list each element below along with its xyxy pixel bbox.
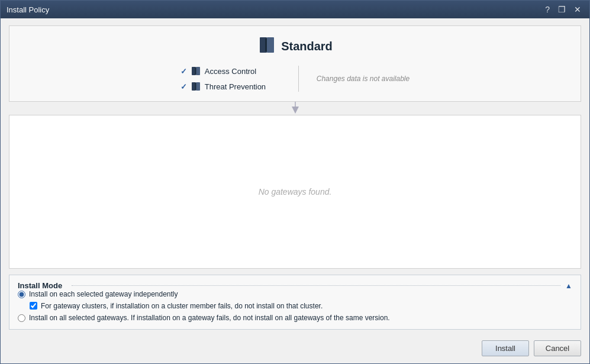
- policy-book-icon: [257, 36, 276, 54]
- install-mode-title: Install Mode: [18, 281, 67, 290]
- gateway-section: No gateways found.: [9, 115, 581, 269]
- access-control-check: ✓: [180, 67, 187, 76]
- install-policy-dialog: Install Policy ? ❐ ✕ Standard: [0, 0, 590, 364]
- policy-item-access-control: ✓ Access Control: [180, 66, 281, 76]
- cancel-button[interactable]: Cancel: [534, 340, 581, 356]
- svg-rect-2: [265, 38, 267, 51]
- policy-icon: [257, 36, 276, 57]
- install-mode-option-1: Install on each selected gateway indepen…: [18, 290, 572, 298]
- install-mode-option-2-label: Install on all selected gateways. If ins…: [29, 314, 390, 322]
- threat-prevention-icon: [191, 81, 201, 92]
- install-button[interactable]: Install: [482, 340, 529, 356]
- arrow-connector: [1, 102, 589, 115]
- help-button[interactable]: ?: [543, 4, 552, 15]
- policy-item-threat-prevention: ✓ Threat Prevention: [180, 81, 281, 92]
- install-mode-radio-2[interactable]: [18, 314, 25, 322]
- access-control-label: Access Control: [205, 67, 256, 76]
- dialog-footer: Install Cancel: [1, 336, 589, 363]
- svg-rect-4: [196, 67, 200, 75]
- dialog-title: Install Policy: [7, 5, 49, 14]
- no-gateways-message: No gateways found.: [259, 187, 332, 197]
- install-mode-section: Install Mode ▲ Install on each selected …: [9, 275, 581, 330]
- policy-name: Standard: [281, 40, 333, 53]
- title-bar-controls: ? ❐ ✕: [543, 4, 583, 15]
- threat-prevention-check: ✓: [180, 82, 187, 91]
- header-dots-divider: [72, 285, 560, 286]
- svg-rect-7: [196, 82, 200, 91]
- install-mode-header: Install Mode ▲: [18, 281, 572, 290]
- install-mode-options: Install on each selected gateway indepen…: [18, 290, 572, 322]
- svg-marker-10: [292, 107, 299, 114]
- install-mode-option-2: Install on all selected gateways. If ins…: [18, 314, 572, 322]
- close-button[interactable]: ✕: [572, 4, 583, 15]
- policy-items: ✓ Access Control ✓: [180, 66, 299, 92]
- restore-button[interactable]: ❐: [556, 4, 568, 15]
- policy-changes-note: Changes data is not available: [299, 66, 410, 92]
- policy-content: ✓ Access Control ✓: [21, 66, 569, 92]
- install-mode-sub-option: For gateway clusters, if installation on…: [30, 302, 572, 310]
- threat-prevention-label: Threat Prevention: [205, 82, 266, 91]
- svg-rect-1: [267, 37, 274, 53]
- cluster-fail-checkbox[interactable]: [30, 302, 37, 310]
- connector-arrow-svg: [283, 102, 307, 115]
- install-mode-option-1-label: Install on each selected gateway indepen…: [29, 290, 178, 298]
- cluster-fail-label: For gateway clusters, if installation on…: [41, 302, 323, 310]
- policy-header: Standard: [257, 36, 333, 57]
- dialog-body: Standard ✓ Access Control: [1, 18, 589, 336]
- collapse-icon[interactable]: ▲: [565, 282, 572, 290]
- svg-rect-8: [195, 83, 196, 90]
- svg-rect-5: [195, 67, 196, 75]
- policy-section: Standard ✓ Access Control: [9, 25, 581, 102]
- install-mode-radio-1[interactable]: [18, 291, 25, 298]
- access-control-icon: [191, 66, 201, 76]
- title-bar: Install Policy ? ❐ ✕: [1, 1, 589, 18]
